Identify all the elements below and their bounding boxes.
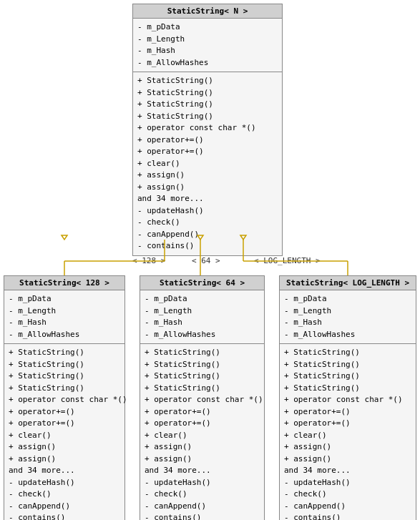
method-4: + operator const char *() xyxy=(137,122,278,134)
method-7: + clear() xyxy=(137,158,278,170)
child-64-title: StaticString< 64 > xyxy=(140,276,264,290)
diagram-container: StaticString< N > - m_pData - m_Length -… xyxy=(0,0,420,520)
method-0: + StaticString() xyxy=(137,75,278,87)
method-6: + operator+=() xyxy=(137,146,278,158)
child-log-methods: + StaticString() + StaticString() + Stat… xyxy=(280,344,416,520)
main-class-box: StaticString< N > - m_pData - m_Length -… xyxy=(132,4,283,256)
child-128-title: StaticString< 128 > xyxy=(4,276,124,290)
main-class-fields: - m_pData - m_Length - m_Hash - m_AllowH… xyxy=(133,19,282,72)
method-14: - contains() xyxy=(137,240,278,252)
method-5: + operator+=() xyxy=(137,134,278,147)
method-2: + StaticString() xyxy=(137,99,278,111)
child-128-methods: + StaticString() + StaticString() + Stat… xyxy=(4,344,124,520)
field-1: - m_Length xyxy=(137,34,278,46)
child-log-fields: - m_pData - m_Length - m_Hash - m_AllowH… xyxy=(280,290,416,344)
method-8: + assign() xyxy=(137,170,278,182)
method-11: - updateHash() xyxy=(137,205,278,217)
child-64-methods: + StaticString() + StaticString() + Stat… xyxy=(140,344,264,520)
field-3: - m_AllowHashes xyxy=(137,57,278,69)
method-10: and 34 more... xyxy=(137,193,278,205)
method-3: + StaticString() xyxy=(137,111,278,123)
child-128-fields: - m_pData - m_Length - m_Hash - m_AllowH… xyxy=(4,290,124,344)
child-64-fields: - m_pData - m_Length - m_Hash - m_AllowH… xyxy=(140,290,264,344)
main-class-methods: + StaticString() + StaticString() + Stat… xyxy=(133,72,282,255)
method-1: + StaticString() xyxy=(137,87,278,99)
child-class-log-box: StaticString< LOG_LENGTH > - m_pData - m… xyxy=(279,275,416,520)
method-13: - canAppend() xyxy=(137,229,278,241)
child-class-64-box: StaticString< 64 > - m_pData - m_Length … xyxy=(140,275,265,520)
child-log-title: StaticString< LOG_LENGTH > xyxy=(280,276,416,290)
method-9: + assign() xyxy=(137,182,278,194)
method-12: - check() xyxy=(137,217,278,229)
child-class-128-box: StaticString< 128 > - m_pData - m_Length… xyxy=(4,275,125,520)
arrow-label-64: < 64 > xyxy=(192,256,220,265)
arrow-label-128: < 128 > xyxy=(132,256,165,265)
arrow-label-log: < LOG_LENGTH > xyxy=(254,256,321,265)
field-2: - m_Hash xyxy=(137,45,278,57)
svg-marker-3 xyxy=(62,235,67,240)
main-class-title: StaticString< N > xyxy=(133,4,282,19)
field-0: - m_pData xyxy=(137,21,278,34)
